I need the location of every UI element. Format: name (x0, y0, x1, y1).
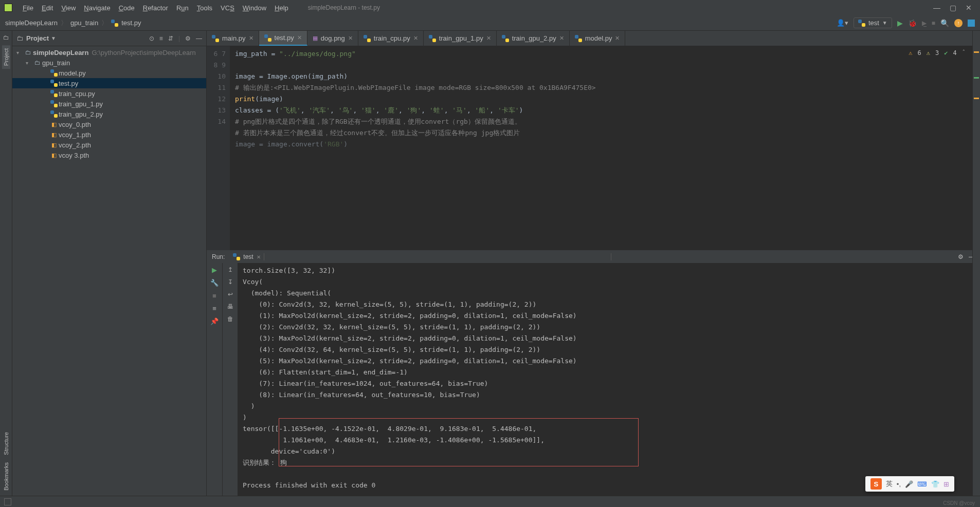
run-coverage-button[interactable]: ▶̲ (922, 20, 927, 27)
clear-button[interactable]: 🗑 (227, 315, 233, 323)
tree-file[interactable]: train_gpu_1.py (12, 99, 206, 109)
console-output[interactable]: torch.Size([3, 32, 32]) Vcoy( (model): S… (238, 263, 980, 496)
breadcrumb-root[interactable]: simpleDeepLearn (5, 19, 58, 27)
modify-run-button[interactable]: 🔧 (210, 279, 219, 287)
run-configuration-selector[interactable]: test ▼ (854, 17, 892, 28)
warning-icon[interactable]: ⚠ (909, 49, 912, 57)
folder-icon: 🗀 (16, 34, 23, 42)
search-everywhere-button[interactable]: 🔍 (940, 19, 949, 27)
editor-scrollbar-strip[interactable] (972, 31, 980, 496)
menu-help[interactable]: Help (270, 4, 293, 12)
weak-warning-icon[interactable]: ⚠ (927, 49, 930, 57)
tree-file[interactable]: model.py (12, 68, 206, 78)
close-icon[interactable]: ✕ (486, 35, 491, 42)
menu-code[interactable]: Code (115, 4, 139, 12)
stop-button[interactable]: ■ (932, 20, 935, 27)
ime-keyboard-icon[interactable]: ⌨ (917, 480, 927, 488)
menu-tools[interactable]: Tools (193, 4, 216, 12)
expand-all-icon[interactable]: ≡ (159, 35, 163, 42)
project-tool-tab[interactable]: Project (2, 45, 10, 69)
editor-tab[interactable]: test.py✕ (259, 31, 307, 46)
close-icon[interactable]: ✕ (559, 35, 564, 42)
structure-tool-tab[interactable]: Structure (2, 430, 10, 457)
project-tree[interactable]: ▾ 🗀 simpleDeepLearn G:\pythonProject\sim… (12, 46, 206, 496)
menu-run[interactable]: Run (172, 4, 193, 12)
tree-file[interactable]: train_gpu_2.py (12, 109, 206, 119)
close-icon[interactable]: ✕ (348, 35, 353, 42)
close-icon[interactable]: ✕ (615, 35, 620, 42)
up-button[interactable]: ↥ (228, 266, 233, 273)
editor-tab[interactable]: model.py✕ (570, 31, 626, 46)
python-file-icon (429, 35, 436, 42)
run-label: Run: (212, 253, 225, 260)
collapse-all-icon[interactable]: ⇵ (168, 35, 173, 42)
close-button[interactable]: ✕ (966, 4, 972, 12)
ime-tool-icon[interactable]: ⊞ (943, 480, 949, 488)
run-button[interactable]: ▶ (897, 19, 903, 27)
close-icon[interactable]: ✕ (249, 35, 253, 42)
menu-view[interactable]: View (57, 4, 80, 12)
code-with-me-icon[interactable] (968, 20, 975, 27)
breadcrumb-folder[interactable]: gpu_train (70, 19, 98, 27)
ime-punct[interactable]: •, (897, 480, 901, 488)
dropdown-icon[interactable]: ▼ (51, 35, 56, 41)
tree-root[interactable]: ▾ 🗀 simpleDeepLearn G:\pythonProject\sim… (12, 47, 206, 58)
ime-lang[interactable]: 英 (886, 479, 893, 489)
tree-folder[interactable]: ▾ 🗀 gpu_train (12, 58, 206, 68)
code-content[interactable]: img_path = "../images/dog.png" image = I… (230, 46, 980, 250)
down-button[interactable]: ↧ (228, 278, 233, 286)
code-editor[interactable]: 6 7 8 9 10 11 12 13 14 img_path = "../im… (207, 46, 980, 250)
maximize-button[interactable]: ▢ (950, 4, 956, 12)
editor-tab[interactable]: main.py✕ (207, 31, 259, 46)
project-panel-title[interactable]: Project (26, 34, 49, 42)
menu-navigate[interactable]: Navigate (80, 4, 114, 12)
breadcrumb-file[interactable]: test.py (121, 19, 141, 27)
menu-vcs[interactable]: VCS (216, 4, 239, 12)
tree-file[interactable]: ◧vcoy_0.pth (12, 119, 206, 129)
rerun-button[interactable]: ▶ (212, 266, 217, 274)
run-toolbar-primary: ▶ 🔧 ■ ≡ 📌 (207, 263, 222, 496)
expand-icon[interactable]: ▾ (16, 50, 24, 55)
editor-tab[interactable]: train_gpu_2.py✕ (497, 31, 570, 46)
select-opened-file-icon[interactable]: ⊙ (149, 35, 154, 42)
editor-tab[interactable]: train_gpu_1.py✕ (424, 31, 497, 46)
menu-file[interactable]: File (19, 4, 38, 12)
project-tool-icon[interactable]: 🗀 (3, 34, 9, 41)
tree-file[interactable]: ◧vcoy_2.pth (12, 140, 206, 150)
close-icon[interactable]: ✕ (257, 254, 261, 260)
settings-icon[interactable]: ⚙ (958, 253, 964, 260)
inspections-widget[interactable]: ⚠6 ⚠3 ✔4 ˆ (909, 49, 966, 57)
editor-tab[interactable]: ▦dog.png✕ (307, 31, 358, 46)
tree-file[interactable]: ◧vcoy 3.pth (12, 150, 206, 160)
ime-skin-icon[interactable]: 👕 (931, 480, 939, 488)
menu-window[interactable]: Window (239, 4, 270, 12)
tree-file[interactable]: train_cpu.py (12, 88, 206, 99)
expand-icon[interactable]: ▾ (26, 60, 33, 66)
close-icon[interactable]: ✕ (413, 35, 418, 42)
ime-voice-icon[interactable]: 🎤 (905, 480, 913, 488)
soft-wrap-button[interactable]: ↩ (228, 291, 233, 298)
tree-file[interactable]: test.py (12, 78, 206, 88)
editor-tab[interactable]: train_cpu.py✕ (358, 31, 424, 46)
close-icon[interactable]: ✕ (297, 34, 302, 41)
ime-toolbar[interactable]: S 英 •, 🎤 ⌨ 👕 ⊞ (865, 476, 954, 492)
bookmarks-tool-tab[interactable]: Bookmarks (2, 460, 10, 493)
debug-button[interactable]: 🐞 (908, 19, 917, 27)
stop-button[interactable]: ■ (212, 292, 216, 299)
inspections-expand-icon[interactable]: ˆ (962, 49, 966, 57)
sogou-icon[interactable]: S (870, 478, 882, 490)
tree-file[interactable]: ◧vcoy_1.pth (12, 129, 206, 140)
ide-update-button[interactable]: ↑ (954, 19, 963, 27)
minimize-button[interactable]: — (933, 4, 940, 12)
settings-icon[interactable]: ⚙ (185, 35, 191, 42)
hide-icon[interactable]: — (196, 35, 202, 42)
run-tab[interactable]: test ✕ (230, 252, 263, 261)
menu-edit[interactable]: Edit (38, 4, 57, 12)
menu-refactor[interactable]: Refactor (139, 4, 172, 12)
tool-windows-button[interactable] (4, 498, 11, 505)
attach-debugger-button[interactable]: ≡ (212, 305, 216, 312)
typo-icon[interactable]: ✔ (944, 49, 948, 57)
scroll-to-end-button[interactable]: 🖶 (227, 303, 233, 310)
pin-button[interactable]: 📌 (210, 317, 219, 325)
user-icon[interactable]: 👤▾ (837, 19, 848, 27)
